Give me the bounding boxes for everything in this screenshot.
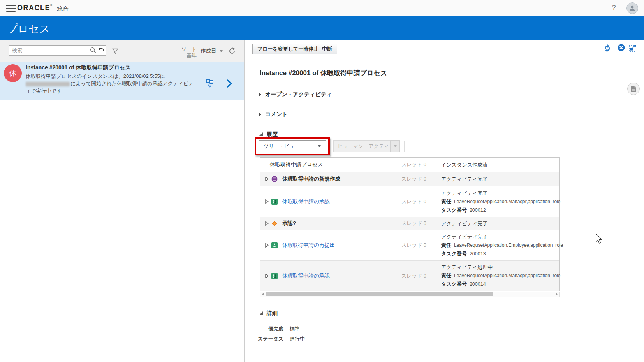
- activity-link[interactable]: 休暇取得申請の再提出: [282, 242, 335, 249]
- thread-label: スレッド 0: [394, 172, 440, 186]
- task-number-line: タスク番号200012: [441, 206, 561, 214]
- filter-icon[interactable]: [112, 48, 118, 54]
- priority-value: 標準: [290, 325, 300, 332]
- history-row: 休暇取得申請の承認スレッド 0アクティビティ処理中責任LeaveRequsetA…: [260, 261, 559, 291]
- sort-field-value: 作成日: [201, 47, 216, 54]
- expand-row-icon[interactable]: [265, 199, 269, 204]
- priority-label: 優先度: [249, 325, 283, 332]
- audit-document-button[interactable]: [627, 83, 640, 95]
- expanded-triangle-icon: [259, 311, 263, 316]
- instance-avatar: 休: [4, 64, 22, 82]
- expand-row-icon[interactable]: [265, 221, 269, 226]
- status-field: ステータス 進行中: [249, 336, 305, 343]
- thread-label: スレッド 0: [394, 230, 440, 260]
- history-row: 休暇取得申請プロセススレッド 0インスタンス作成済: [260, 158, 559, 172]
- alter-flow-suspend-button[interactable]: フローを変更して一時停止: [252, 44, 324, 54]
- expand-row-icon[interactable]: [265, 243, 269, 248]
- expand-icon[interactable]: [629, 44, 637, 52]
- sort-field-dropdown[interactable]: 作成日: [201, 47, 223, 54]
- section-details[interactable]: 詳細: [259, 310, 278, 317]
- history-row: 休暇取得申請の再提出スレッド 0アクティビティ完了責任LeaveRequsetA…: [260, 230, 559, 261]
- approval-activity-icon: [271, 273, 278, 279]
- activity-link[interactable]: 休暇取得申請の承認: [282, 272, 330, 279]
- abort-button[interactable]: 中断: [317, 44, 337, 54]
- status-label: ステータス: [249, 336, 283, 343]
- approval-activity-icon: [271, 199, 278, 205]
- activity-status: アクティビティ完了: [441, 233, 563, 241]
- activity-link[interactable]: 休暇取得申請の承認: [282, 198, 330, 205]
- submit-activity-icon: [271, 242, 278, 248]
- page-banner: プロセス: [0, 16, 644, 40]
- chevron-down-icon: [394, 145, 397, 147]
- instance-list-panel: ソート 基準 作成日 休 Instance #20001 of 休暇取得申請プロ…: [0, 40, 245, 362]
- history-table: 休暇取得申請プロセススレッド 0インスタンス作成済休暇取得申請の新規作成スレッド…: [260, 157, 560, 291]
- help-icon[interactable]: ?: [612, 4, 616, 12]
- instance-description: 休暇取得申請プロセスのインスタンスは、2021/08/02 5:55に によって…: [26, 72, 199, 95]
- section-comments[interactable]: コメント: [259, 111, 287, 118]
- activity-name: 承認?: [282, 220, 296, 227]
- activity-status: アクティビティ完了: [441, 220, 558, 228]
- comments-icon[interactable]: [205, 79, 215, 88]
- expand-row-icon[interactable]: [265, 177, 269, 181]
- responsibility-line: 責任LeaveRequsetApplication.Manager,applic…: [441, 271, 561, 280]
- priority-field: 優先度 標準: [249, 325, 300, 332]
- history-row: 休暇取得申請の新規作成スレッド 0アクティビティ完了: [260, 172, 559, 186]
- filter-separator: [404, 141, 405, 152]
- activity-status: アクティビティ完了: [441, 175, 558, 183]
- user-avatar[interactable]: [626, 2, 638, 14]
- task-number-line: タスク番号200013: [441, 250, 563, 258]
- person-icon: [629, 5, 636, 12]
- close-icon[interactable]: [618, 44, 625, 51]
- thread-label: スレッド 0: [394, 217, 440, 230]
- activity-status: インスタンス作成済: [441, 161, 558, 169]
- oracle-logo: ORACLE®: [17, 4, 52, 12]
- mouse-cursor: [595, 234, 603, 244]
- search-icon[interactable]: [90, 47, 96, 53]
- history-row: 休暇取得申請の承認スレッド 0アクティビティ完了責任LeaveRequsetAp…: [260, 186, 559, 217]
- page-title: プロセス: [7, 22, 50, 36]
- activity-name: 休暇取得申請プロセス: [270, 161, 323, 168]
- undo-icon[interactable]: [98, 47, 105, 53]
- open-instance-chevron-icon[interactable]: [227, 79, 232, 88]
- scrollbar-thumb[interactable]: [266, 292, 493, 296]
- section-history[interactable]: 履歴: [259, 131, 278, 138]
- activity-status: アクティビティ完了: [441, 189, 561, 197]
- document-icon: [631, 85, 637, 92]
- horizontal-scrollbar[interactable]: [260, 292, 560, 297]
- history-view-dropdown[interactable]: ツリー・ビュー: [259, 140, 326, 152]
- thread-label: スレッド 0: [394, 158, 440, 172]
- activity-type-dropdown: ヒューマン・アクティビテ: [333, 140, 390, 152]
- collapsed-triangle-icon: [259, 92, 262, 97]
- status-value: 進行中: [290, 336, 305, 343]
- expand-row-icon[interactable]: [265, 274, 269, 278]
- section-open-activities[interactable]: オープン・アクティビティ: [259, 91, 332, 98]
- app-header: ORACLE® 統合 ?: [0, 0, 644, 16]
- product-name: 統合: [57, 5, 69, 12]
- gateway-activity-icon: [271, 220, 278, 227]
- scroll-left-icon[interactable]: [262, 293, 264, 296]
- history-view-value: ツリー・ビュー: [264, 143, 299, 150]
- chevron-down-icon: [318, 145, 321, 147]
- toolbar-divider: [252, 61, 622, 61]
- list-toolbar: ソート 基準 作成日: [0, 40, 244, 62]
- instance-detail-title: Instance #20001 of 休暇取得申請プロセス: [260, 69, 387, 77]
- activity-name: 休暇取得申請の新規作成: [282, 176, 340, 183]
- redacted-user-id: [26, 82, 70, 86]
- instance-title: Instance #20001 of 休暇取得申請プロセス: [26, 64, 131, 71]
- collapsed-triangle-icon: [259, 112, 262, 117]
- hamburger-menu-icon[interactable]: [6, 5, 16, 12]
- instance-list-item[interactable]: 休 Instance #20001 of 休暇取得申請プロセス 休暇取得申請プロ…: [0, 62, 244, 100]
- thread-label: スレッド 0: [394, 261, 440, 291]
- scroll-right-icon[interactable]: [556, 293, 558, 296]
- activity-type-dropdown-button: [390, 140, 400, 152]
- refresh-list-icon[interactable]: [229, 47, 236, 54]
- task-number-line: タスク番号200014: [441, 280, 561, 288]
- expanded-triangle-icon: [259, 132, 263, 137]
- right-rail-divider: [622, 61, 622, 362]
- responsibility-line: 責任LeaveRequsetApplication.Manager,applic…: [441, 197, 561, 206]
- thread-label: スレッド 0: [394, 186, 440, 217]
- activity-status: アクティビティ処理中: [441, 263, 561, 271]
- history-row: 承認?スレッド 0アクティビティ完了: [260, 217, 559, 230]
- sync-icon[interactable]: [603, 44, 612, 53]
- chevron-down-icon: [220, 50, 223, 52]
